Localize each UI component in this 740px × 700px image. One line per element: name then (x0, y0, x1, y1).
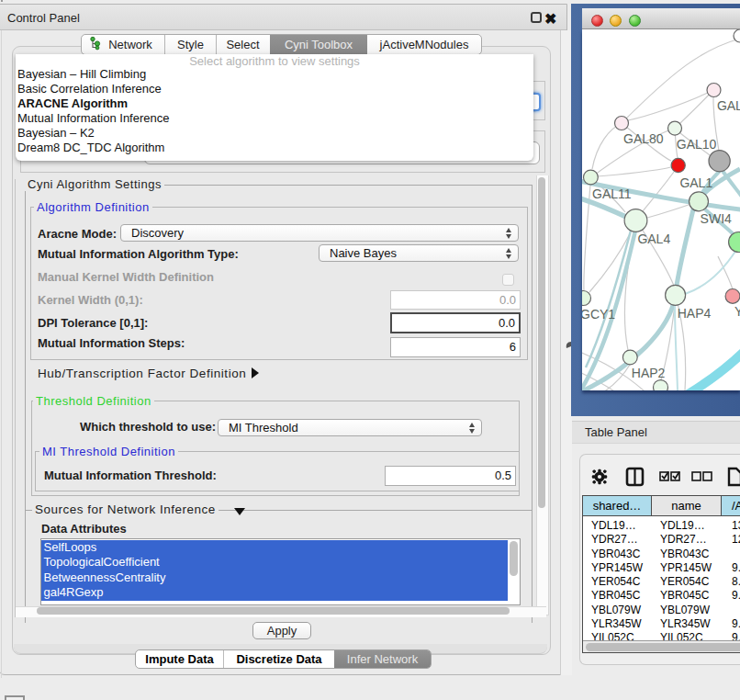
svg-text:GAL10: GAL10 (677, 137, 717, 152)
svg-text:HAP4: HAP4 (678, 306, 712, 321)
svg-text:GAL1: GAL1 (679, 175, 712, 190)
svg-text:GAL7: GAL7 (717, 98, 740, 113)
svg-text:SWI4: SWI4 (701, 211, 732, 226)
svg-text:GCY1: GCY1 (582, 307, 615, 322)
svg-text:GAL11: GAL11 (592, 186, 632, 201)
svg-text:GAL4: GAL4 (637, 231, 670, 246)
svg-text:HAP2: HAP2 (632, 366, 666, 380)
svg-text:Y: Y (734, 304, 740, 319)
svg-text:GAL80: GAL80 (623, 131, 664, 146)
